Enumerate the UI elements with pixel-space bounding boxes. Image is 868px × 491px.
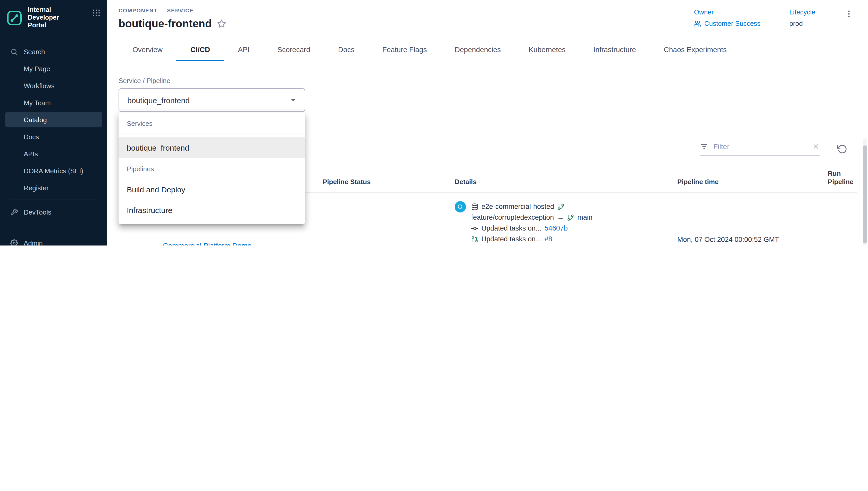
sidebar-nav: Search My Page Workflows My Team Catalog… <box>0 44 107 246</box>
sidebar-item-devtools[interactable]: DevTools <box>5 204 102 220</box>
clear-filter-icon[interactable] <box>812 143 819 150</box>
source-branch: feature/corruptedexception <box>471 212 554 223</box>
sidebar-item-search[interactable]: Search <box>5 44 102 59</box>
cicd-content: Service / Pipeline boutique_frontend Ser… <box>107 61 868 246</box>
sidebar-item-docs[interactable]: Docs <box>5 129 102 144</box>
col-run-pipeline: Run Pipeline <box>824 170 858 186</box>
filter-input[interactable] <box>712 142 808 151</box>
owner-meta: Owner Customer Success <box>694 8 761 27</box>
tab-api[interactable]: API <box>224 38 264 61</box>
sidebar-item-label: DORA Metrics (SEI) <box>24 167 83 175</box>
apps-grid-icon[interactable] <box>92 8 101 18</box>
run-details: e2e-commercial-hosted feature/corruptede… <box>451 201 673 246</box>
tab-cicd[interactable]: CI/CD <box>177 38 224 61</box>
pull-request-icon <box>471 235 478 243</box>
sidebar: Internal Developer Portal Search My Page… <box>0 0 107 246</box>
tab-infrastructure[interactable]: Infrastructure <box>580 38 650 61</box>
sidebar-item-label: Search <box>24 48 45 55</box>
pr-message: Updated tasks on... <box>482 234 541 244</box>
dropdown-group-pipelines: Pipelines <box>119 158 305 179</box>
sidebar-item-label: Admin <box>24 239 43 246</box>
dropdown-option-boutique-frontend[interactable]: boutique_frontend <box>119 137 305 158</box>
pipeline-picker-label: Service / Pipeline <box>119 77 857 85</box>
tab-kubernetes[interactable]: Kubernetes <box>515 38 579 61</box>
sidebar-item-admin[interactable]: Admin <box>5 235 102 246</box>
tab-chaos-experiments[interactable]: Chaos Experiments <box>650 38 741 61</box>
sidebar-item-workflows[interactable]: Workflows <box>5 78 102 93</box>
dropdown-option-infrastructure[interactable]: Infrastructure <box>119 200 305 220</box>
filter-icon <box>700 142 708 151</box>
tab-docs[interactable]: Docs <box>324 38 369 61</box>
sidebar-item-apis[interactable]: APIs <box>5 146 102 162</box>
tab-dependencies[interactable]: Dependencies <box>441 38 515 61</box>
pipeline-select-dropdown: Services boutique_frontend Pipelines Bui… <box>119 112 305 224</box>
tab-feature-flags[interactable]: Feature Flags <box>369 38 441 61</box>
sidebar-item-catalog[interactable]: Catalog <box>5 112 102 127</box>
sidebar-divider <box>9 200 98 200</box>
sidebar-item-label: Catalog <box>24 116 47 123</box>
brand-title: Internal Developer Portal <box>28 6 76 29</box>
chevron-down-icon <box>288 95 299 105</box>
entity-tabs: Overview CI/CD API Scorecard Docs Featur… <box>119 38 868 61</box>
tab-scorecard[interactable]: Scorecard <box>264 38 324 61</box>
owner-link[interactable]: Customer Success <box>694 20 761 27</box>
portal-logo-icon <box>6 9 23 26</box>
git-commit-icon <box>471 225 478 232</box>
dropdown-group-services: Services <box>119 112 305 134</box>
ci-stage-icon <box>455 201 466 212</box>
commit-message: Updated tasks on... <box>482 223 541 234</box>
app-root: Internal Developer Portal Search My Page… <box>0 0 868 246</box>
git-branch-icon <box>567 214 574 221</box>
search-icon <box>10 48 18 55</box>
favorite-star-icon[interactable] <box>217 19 226 28</box>
runs-toolbar <box>700 142 847 156</box>
entity-kind-breadcrumb: COMPONENT — SERVICE <box>119 7 226 13</box>
gear-icon <box>10 239 18 246</box>
page-title: boutique-frontend <box>119 18 212 30</box>
repo-name: e2e-commercial-hosted <box>482 201 554 212</box>
lifecycle-value: prod <box>789 20 815 27</box>
lifecycle-meta: Lifecycle prod <box>789 8 815 27</box>
pr-number-link[interactable]: #8 <box>545 234 552 244</box>
wrench-icon <box>10 208 18 216</box>
run-relative-time: run a day ago <box>677 245 819 246</box>
sidebar-item-label: My Page <box>24 65 50 73</box>
lifecycle-label[interactable]: Lifecycle <box>789 8 815 16</box>
filter-field[interactable] <box>700 142 819 156</box>
brand: Internal Developer Portal <box>0 0 107 33</box>
repo-icon <box>471 203 478 210</box>
col-pipeline-time: Pipeline time <box>673 178 824 186</box>
owner-value: Customer Success <box>704 20 761 27</box>
scrollbar-track[interactable] <box>863 138 867 246</box>
sidebar-item-label: Register <box>24 184 49 192</box>
sidebar-item-dora-metrics[interactable]: DORA Metrics (SEI) <box>5 163 102 178</box>
entity-header: COMPONENT — SERVICE boutique-frontend Ow… <box>107 0 868 30</box>
sidebar-item-my-page[interactable]: My Page <box>5 61 102 76</box>
sidebar-item-label: My Team <box>24 99 51 107</box>
main-content: COMPONENT — SERVICE boutique-frontend Ow… <box>107 0 868 246</box>
sidebar-item-label: DevTools <box>24 208 51 216</box>
sidebar-item-label: Workflows <box>24 82 54 89</box>
sidebar-item-label: Docs <box>24 133 39 141</box>
git-branch-icon <box>557 203 564 210</box>
sidebar-item-register[interactable]: Register <box>5 180 102 196</box>
users-icon <box>694 20 701 27</box>
refresh-icon[interactable] <box>837 144 847 154</box>
pipeline-time: Mon, 07 Oct 2024 00:00:52 GMT run a day … <box>673 234 824 246</box>
more-options-icon[interactable] <box>844 9 854 19</box>
entity-header-meta: Owner Customer Success Lifecycle prod <box>694 7 854 30</box>
entity-header-left: COMPONENT — SERVICE boutique-frontend <box>119 7 226 30</box>
arrow-right: → <box>557 212 564 223</box>
owner-label[interactable]: Owner <box>694 8 761 16</box>
col-pipeline-status: Pipeline Status <box>318 178 451 186</box>
commit-hash-link[interactable]: 54607b <box>545 223 568 234</box>
col-details: Details <box>451 178 673 186</box>
sidebar-item-my-team[interactable]: My Team <box>5 95 102 110</box>
pipeline-select-value: boutique_frontend <box>127 96 190 105</box>
dropdown-option-build-and-deploy[interactable]: Build and Deploy <box>119 179 305 200</box>
run-name-link[interactable]: Commercial Platform Demo <box>163 241 314 246</box>
scrollbar-thumb[interactable] <box>863 145 867 243</box>
pipeline-select[interactable]: boutique_frontend <box>119 88 305 112</box>
run-timestamp: Mon, 07 Oct 2024 00:00:52 GMT <box>677 234 819 245</box>
tab-overview[interactable]: Overview <box>119 38 177 61</box>
